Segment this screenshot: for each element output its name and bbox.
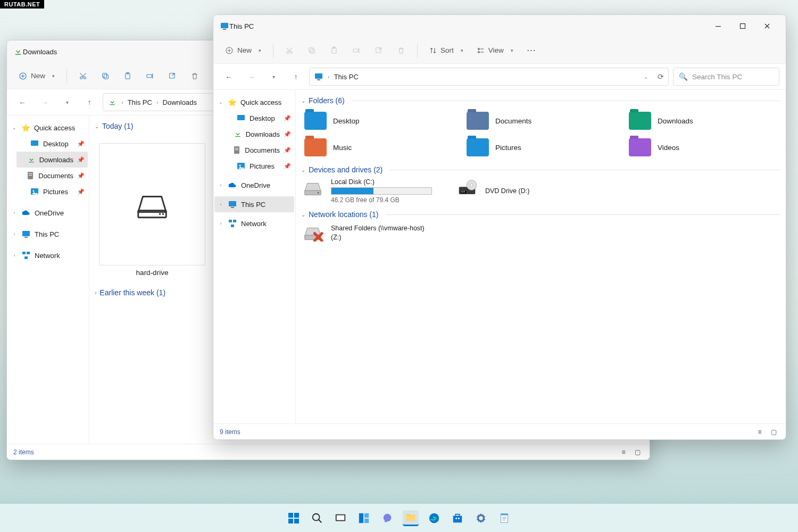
up-button[interactable]: ↑ xyxy=(80,93,98,111)
delete-button[interactable] xyxy=(392,41,411,60)
file-item-harddrive[interactable]: hard-drive xyxy=(99,143,205,277)
nav-onedrive[interactable]: ›OneDrive xyxy=(8,205,88,221)
search-box[interactable]: 🔍 Search This PC xyxy=(673,68,779,86)
tiles-view-icon[interactable]: ▢ xyxy=(768,426,779,438)
back-button[interactable]: ← xyxy=(13,93,31,111)
section-drives[interactable]: ⌄Devices and drives (2) xyxy=(301,165,780,174)
taskview-button[interactable] xyxy=(332,510,348,526)
svg-rect-73 xyxy=(455,518,457,519)
svg-rect-12 xyxy=(29,175,32,176)
folder-downloads[interactable]: Downloads xyxy=(626,109,780,132)
folder-videos[interactable]: Videos xyxy=(626,136,780,159)
paste-button[interactable] xyxy=(118,67,137,85)
nav-documents[interactable]: Documents📌 xyxy=(223,142,294,158)
start-button[interactable] xyxy=(286,510,302,526)
settings-button[interactable] xyxy=(473,510,489,526)
history-chevron[interactable]: ▾ xyxy=(58,93,76,111)
nav-network[interactable]: ›Network xyxy=(214,215,294,231)
view-button[interactable]: View▾ xyxy=(472,41,519,60)
crumb-thispc[interactable]: This PC xyxy=(128,98,152,106)
nav-pictures[interactable]: Pictures📌 xyxy=(223,158,294,174)
svg-point-55 xyxy=(470,184,473,186)
drive-dvd-d[interactable]: DVD DVD Drive (D:) xyxy=(455,178,588,204)
nav-thispc[interactable]: ›This PC xyxy=(214,196,294,212)
new-button[interactable]: New▾ xyxy=(220,41,267,60)
explorer-button[interactable] xyxy=(403,510,419,526)
copy-button[interactable] xyxy=(302,41,321,60)
drive-icon xyxy=(134,188,171,220)
maximize-button[interactable] xyxy=(730,18,755,35)
nav-thispc[interactable]: ›This PC xyxy=(8,226,88,242)
nav-quick-access[interactable]: ⌄⭐Quick access xyxy=(8,120,88,136)
cut-button[interactable] xyxy=(73,67,93,85)
titlebar[interactable]: This PC xyxy=(213,15,786,37)
drive-free-text: 46.2 GB free of 79.4 GB xyxy=(331,196,432,204)
nav-desktop[interactable]: Desktop📌 xyxy=(16,136,88,152)
details-view-icon[interactable]: ≡ xyxy=(618,446,629,458)
store-button[interactable] xyxy=(450,510,466,526)
svg-point-28 xyxy=(287,51,289,53)
folder-music[interactable]: Music xyxy=(301,136,456,159)
nav-pictures[interactable]: Pictures📌 xyxy=(16,184,88,200)
svg-rect-42 xyxy=(235,148,238,148)
svg-rect-66 xyxy=(359,513,363,522)
tiles-view-icon[interactable]: ▢ xyxy=(631,446,643,458)
nav-documents[interactable]: Documents📌 xyxy=(16,168,88,184)
network-location[interactable]: Shared Folders (\\vmware-host) (Z:) xyxy=(301,223,461,242)
nav-desktop[interactable]: Desktop📌 xyxy=(223,110,294,126)
share-button[interactable] xyxy=(163,67,182,85)
crumb-thispc[interactable]: This PC xyxy=(334,73,359,81)
back-button[interactable]: ← xyxy=(220,68,238,86)
chat-button[interactable] xyxy=(379,510,395,526)
content-area[interactable]: ⌄Folders (6) Desktop Documents Downloads… xyxy=(296,90,786,423)
svg-rect-38 xyxy=(315,73,322,79)
nav-downloads[interactable]: Downloads📌 xyxy=(16,152,88,168)
svg-rect-17 xyxy=(22,252,26,254)
address-bar[interactable]: › This PC ⌄ ⟳ xyxy=(309,68,669,86)
nav-network[interactable]: ›Network xyxy=(8,247,88,263)
search-icon: 🔍 xyxy=(679,72,688,81)
svg-rect-37 xyxy=(478,51,479,52)
nav-quick-access[interactable]: ⌄⭐Quick access xyxy=(214,94,294,110)
folder-desktop[interactable]: Desktop xyxy=(301,109,456,132)
sort-button[interactable]: Sort▾ xyxy=(424,41,469,60)
forward-button[interactable]: → xyxy=(36,93,54,111)
share-button[interactable] xyxy=(369,41,388,60)
widgets-button[interactable] xyxy=(356,510,372,526)
more-button[interactable]: ··· xyxy=(522,41,542,60)
notepad-button[interactable] xyxy=(496,510,512,526)
section-folders[interactable]: ⌄Folders (6) xyxy=(301,96,780,105)
svg-rect-78 xyxy=(501,513,508,515)
history-chevron[interactable]: ▾ xyxy=(264,68,282,86)
svg-rect-15 xyxy=(22,231,30,236)
desktop-icon xyxy=(30,139,39,148)
new-button[interactable]: New▾ xyxy=(13,67,60,85)
svg-rect-50 xyxy=(231,225,234,227)
forward-button[interactable]: → xyxy=(242,68,260,86)
section-network[interactable]: ⌄Network locations (1) xyxy=(301,210,780,219)
nav-onedrive[interactable]: ›OneDrive xyxy=(214,177,294,193)
edge-button[interactable] xyxy=(426,510,442,526)
copy-button[interactable] xyxy=(96,67,115,85)
pin-icon: 📌 xyxy=(284,131,291,138)
up-button[interactable]: ↑ xyxy=(287,68,305,86)
cut-button[interactable] xyxy=(280,41,299,60)
close-button[interactable] xyxy=(755,18,779,35)
search-button[interactable] xyxy=(309,510,325,526)
crumb-downloads[interactable]: Downloads xyxy=(163,98,197,106)
folder-documents[interactable]: Documents xyxy=(463,109,618,132)
status-text: 2 items xyxy=(13,448,34,456)
monitor-icon xyxy=(220,21,229,31)
rename-button[interactable] xyxy=(140,67,160,85)
folder-pictures[interactable]: Pictures xyxy=(463,136,618,159)
refresh-icon[interactable]: ⟳ xyxy=(658,72,664,81)
taskbar[interactable] xyxy=(0,504,798,532)
rename-button[interactable] xyxy=(347,41,366,60)
details-view-icon[interactable]: ≡ xyxy=(754,426,766,438)
svg-point-1 xyxy=(80,77,82,79)
minimize-button[interactable] xyxy=(706,18,730,35)
nav-downloads[interactable]: Downloads📌 xyxy=(223,126,294,142)
drive-local-c[interactable]: Local Disk (C:) 46.2 GB free of 79.4 GB xyxy=(301,178,434,204)
delete-button[interactable] xyxy=(185,67,204,85)
paste-button[interactable] xyxy=(325,41,344,60)
